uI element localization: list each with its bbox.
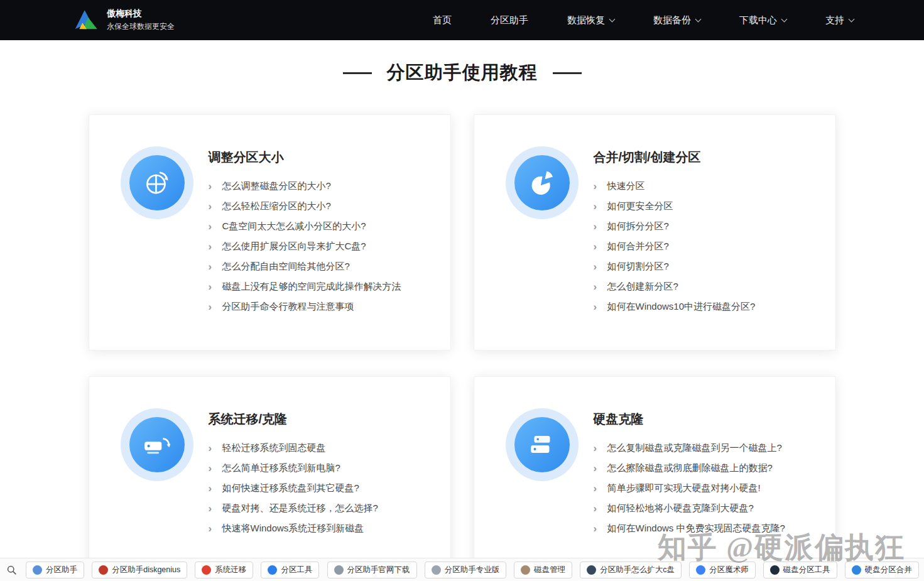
tutorial-link-text[interactable]: 怎么调整磁盘分区的大小? [222,180,331,192]
taskbar-item[interactable]: 分区助手专业版 [425,562,507,578]
tutorial-link[interactable]: › 磁盘上没有足够的空间完成此操作解决方法 [209,276,434,296]
chevron-right-icon: › [209,463,219,474]
tutorial-link[interactable]: › 怎么轻松压缩分区的大小? [209,196,434,216]
card-title: 调整分区大小 [209,149,434,166]
card-link-list: › 怎么复制磁盘或克隆磁盘到另一个磁盘上? › 怎么擦除磁盘或彻底删除磁盘上的数… [594,438,819,538]
card-icon-halo [506,408,579,481]
chevron-right-icon: › [209,301,219,312]
cards-grid: 调整分区大小 › 怎么调整磁盘分区的大小? › 怎么轻松压缩分区的大小? › C… [89,114,836,581]
tutorial-link[interactable]: › 快速分区 [594,176,819,196]
tutorial-link-text[interactable]: 硬盘对拷、还是系统迁移，怎么选择? [222,502,378,514]
nav-item-label: 数据恢复 [567,14,605,26]
tutorial-link[interactable]: › 怎么分配自由空间给其他分区? [209,256,434,276]
nav-item-5[interactable]: 下载中心 [739,14,786,26]
search-icon[interactable] [5,565,18,575]
card-link-list: › 快速分区 › 如何更安全分区 › 如何拆分分区? › 如何合并分区? › 如… [594,176,819,317]
tutorial-link[interactable]: › 快速将Windows系统迁移到新磁盘 [209,518,434,538]
taskbar-item-label: 分区工具 [281,565,312,575]
chevron-right-icon: › [594,181,604,192]
tutorial-link-text[interactable]: 如何切割分区? [607,261,669,273]
tutorial-link[interactable]: › 如何在Windows10中进行磁盘分区? [594,296,819,317]
tutorial-link[interactable]: › 怎么创建新分区? [594,276,819,296]
card-icon-halo [121,408,193,481]
tutorial-link[interactable]: › 怎么复制磁盘或克隆磁盘到另一个磁盘上? [594,438,819,458]
tutorial-link-text[interactable]: 如何更安全分区 [607,200,673,212]
tutorial-link-text[interactable]: 如何快速迁移系统盘到其它硬盘? [222,482,359,494]
tutorial-link-text[interactable]: 如何轻松地将小硬盘克隆到大硬盘? [607,502,754,514]
tutorial-link-text[interactable]: 分区助手命令行教程与注意事项 [222,301,354,313]
tutorial-link[interactable]: › 简单步骤即可实现大硬盘对拷小硬盘! [594,478,819,498]
chevron-right-icon: › [594,443,604,453]
tutorial-link[interactable]: › 如何拆分分区? [594,216,819,236]
tutorial-link[interactable]: › 怎么简单迁移系统到新电脑? [209,458,434,478]
tutorial-link-text[interactable]: 磁盘上没有足够的空间完成此操作解决方法 [222,281,401,293]
title-dash-right [553,72,582,74]
taskbar-item[interactable]: 分区工具 [261,562,319,578]
favicon-icon [521,565,530,575]
page-title-row: 分区助手使用教程 [0,60,924,85]
taskbar-item-label: 分区助手diskgenius [112,565,180,575]
chevron-right-icon: › [594,301,604,312]
tutorial-link-text[interactable]: 快速分区 [607,180,645,192]
tutorial-link[interactable]: › 如何快速迁移系统盘到其它硬盘? [209,478,434,498]
card-link-list: › 怎么调整磁盘分区的大小? › 怎么轻松压缩分区的大小? › C盘空间太大怎么… [209,176,434,317]
taskbar-item[interactable]: 系统迁移 [195,562,253,578]
tutorial-link-text[interactable]: 如何在Windows10中进行磁盘分区? [607,301,756,313]
card-body: 系统迁移/克隆 › 轻松迁移系统到固态硬盘 › 怎么简单迁移系统到新电脑? › … [209,408,434,581]
tutorial-link-text[interactable]: 如何合并分区? [607,241,669,252]
nav-item-4[interactable]: 数据备份 [653,14,700,26]
tutorial-link[interactable]: › 轻松迁移系统到固态硬盘 [209,438,434,458]
chevron-right-icon: › [209,221,219,232]
brand[interactable]: 傲梅科技 永保全球数据更安全 [74,8,175,33]
tutorial-link[interactable]: › 如何合并分区? [594,236,819,256]
chevron-right-icon: › [594,261,604,272]
tutorial-link[interactable]: › 怎么擦除磁盘或彻底删除磁盘上的数据? [594,458,819,478]
tutorial-link-text[interactable]: 怎么轻松压缩分区的大小? [222,200,331,212]
favicon-icon [432,565,441,575]
tutorial-link-text[interactable]: 快速将Windows系统迁移到新磁盘 [222,523,364,535]
tutorial-link-text[interactable]: 如何拆分分区? [607,220,669,232]
tutorial-link[interactable]: › 硬盘对拷、还是系统迁移，怎么选择? [209,498,434,518]
tutorial-link-text[interactable]: 怎么擦除磁盘或彻底删除磁盘上的数据? [607,462,773,474]
tutorial-link-text[interactable]: C盘空间太大怎么减小分区的大小? [222,220,366,232]
nav-item-label: 下载中心 [739,14,777,26]
chevron-right-icon: › [209,261,219,272]
taskbar-item[interactable]: 磁盘管理 [514,562,572,578]
tutorial-link[interactable]: › 如何切割分区? [594,256,819,276]
tutorial-link-text[interactable]: 简单步骤即可实现大硬盘对拷小硬盘! [607,482,761,494]
tutorial-link[interactable]: › 怎么调整磁盘分区的大小? [209,176,434,196]
tutorial-link[interactable]: › C盘空间太大怎么减小分区的大小? [209,216,434,236]
tutorial-link[interactable]: › 怎么使用扩展分区向导来扩大C盘? [209,236,434,256]
favicon-icon [587,565,596,575]
favicon-icon [202,565,211,575]
disk-clone-icon [514,417,570,472]
nav-item-3[interactable]: 数据恢复 [567,14,614,26]
tutorial-link-text[interactable]: 怎么简单迁移系统到新电脑? [222,462,340,474]
tutorial-link-text[interactable]: 怎么复制磁盘或克隆磁盘到另一个磁盘上? [607,442,782,454]
system-migrate-icon [129,417,185,472]
tutorial-link[interactable]: › 如何更安全分区 [594,196,819,216]
chevron-right-icon: › [594,241,604,252]
taskbar-item[interactable]: 分区助手官网下载 [327,562,417,578]
tutorial-link-text[interactable]: 怎么创建新分区? [607,281,678,293]
taskbar-item[interactable]: 分区助手diskgenius [92,562,187,578]
tutorial-link-text[interactable]: 怎么分配自由空间给其他分区? [222,261,350,273]
tutorial-link[interactable]: › 分区助手命令行教程与注意事项 [209,296,434,317]
tutorial-link-text[interactable]: 怎么使用扩展分区向导来扩大C盘? [222,241,366,252]
chevron-right-icon: › [209,503,219,514]
tutorial-link[interactable]: › 如何轻松地将小硬盘克隆到大硬盘? [594,498,819,518]
taskbar-item-label: 分区助手官网下载 [347,565,410,575]
chevron-down-icon [849,16,855,22]
chevron-down-icon [695,16,702,22]
brand-name: 傲梅科技 [107,8,175,19]
brand-text: 傲梅科技 永保全球数据更安全 [107,8,175,32]
nav-item-6[interactable]: 支持 [825,14,854,26]
nav-item-label: 数据备份 [653,14,691,26]
taskbar-item[interactable]: 分区助手 [26,562,84,578]
favicon-icon [268,565,277,575]
chevron-right-icon: › [209,443,219,453]
favicon-icon [33,565,42,575]
tutorial-link-text[interactable]: 轻松迁移系统到固态硬盘 [222,442,326,454]
nav-item-1[interactable]: 首页 [433,14,452,26]
nav-item-2[interactable]: 分区助手 [491,14,528,26]
